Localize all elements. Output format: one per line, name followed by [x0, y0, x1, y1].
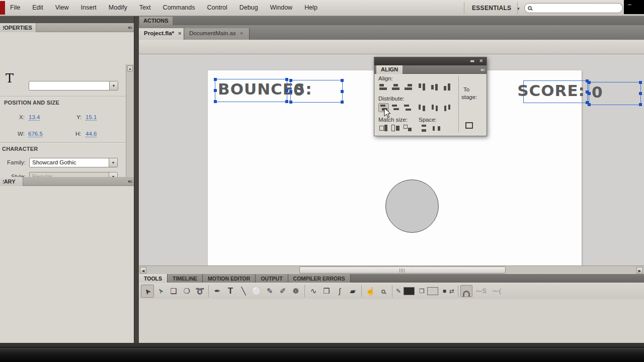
tab-library[interactable]: LIBRARY: [0, 177, 23, 186]
close-icon[interactable]: ×: [240, 30, 243, 36]
bone-tool[interactable]: ∿: [307, 285, 320, 298]
h-value[interactable]: 44.6: [86, 131, 97, 137]
align-vcenter-button[interactable]: [430, 82, 440, 92]
zoom-tool[interactable]: [377, 285, 390, 298]
match-width-height-button[interactable]: [403, 124, 413, 133]
position-size-header[interactable]: POSITION AND SIZE: [4, 100, 59, 106]
stage-hscrollbar[interactable]: ◀ ▶: [139, 265, 644, 274]
tab-properties[interactable]: PROPERTIES: [0, 23, 36, 32]
straighten-option[interactable]: ⁓(: [493, 287, 501, 295]
snap-to-objects-toggle[interactable]: [460, 285, 472, 297]
instance-name-field[interactable]: ▼: [29, 81, 118, 90]
space-horizontal-button[interactable]: [431, 124, 442, 133]
brush-tool[interactable]: ✐: [276, 285, 289, 298]
align-titlebar[interactable]: ◂◂ ✕: [374, 57, 487, 65]
score-value-textbox[interactable]: 0: [589, 82, 641, 105]
stroke-color-icon[interactable]: ✎: [396, 288, 401, 295]
menu-file[interactable]: File: [10, 4, 20, 11]
fill-color-swatch[interactable]: [427, 287, 438, 295]
3d-rotation-tool[interactable]: ❍: [180, 285, 193, 298]
bounces-value-textbox[interactable]: 0: [290, 80, 343, 103]
bounces-label-textbox[interactable]: BOUNCES:: [215, 79, 287, 102]
tab-align[interactable]: ALIGN: [376, 65, 403, 74]
eraser-tool[interactable]: ▰: [346, 285, 359, 298]
fill-color-icon[interactable]: ❒: [419, 288, 425, 295]
distribute-hcenter-button[interactable]: [430, 103, 440, 112]
distribute-bottom-button[interactable]: [403, 103, 413, 112]
search-input[interactable]: [532, 4, 612, 12]
chevron-down-icon[interactable]: ▼: [109, 158, 117, 167]
w-value[interactable]: 676.5: [28, 131, 43, 137]
to-stage-toggle[interactable]: [465, 122, 473, 129]
eyedropper-tool[interactable]: ∫: [333, 285, 346, 298]
tab-output[interactable]: OUTPUT: [256, 274, 288, 283]
panel-menu-icon[interactable]: ▾≡: [128, 25, 132, 30]
selection-tool[interactable]: ➤: [141, 285, 154, 298]
space-vertical-button[interactable]: [419, 124, 429, 133]
menu-view[interactable]: View: [55, 4, 69, 11]
menu-insert[interactable]: Insert: [81, 4, 97, 11]
menu-edit[interactable]: Edit: [32, 4, 43, 11]
deco-tool[interactable]: ❁: [289, 285, 302, 298]
properties-tabbar: PROPERTIES ▾≡: [0, 23, 134, 32]
line-tool[interactable]: ╲: [237, 285, 250, 298]
align-right-button[interactable]: [403, 82, 413, 92]
menu-help[interactable]: Help: [304, 4, 317, 11]
pencil-tool[interactable]: ✎: [263, 285, 276, 298]
character-header[interactable]: CHARACTER: [2, 146, 38, 152]
text-tool[interactable]: T: [224, 285, 237, 298]
menu-debug[interactable]: Debug: [239, 4, 258, 11]
window-controls[interactable]: –: [624, 0, 644, 14]
panel-menu-icon[interactable]: ▾≡: [480, 67, 485, 72]
distribute-right-button[interactable]: [442, 103, 453, 112]
oval-tool[interactable]: ⚪: [250, 285, 263, 298]
smooth-option[interactable]: ⁓S: [475, 287, 487, 295]
menu-control[interactable]: Control: [207, 4, 227, 11]
workspace-switcher[interactable]: ESSENTIALS▼: [472, 5, 521, 12]
tab-documentmain-as[interactable]: DocumentMain.as×: [184, 28, 250, 40]
black-white-button[interactable]: ■: [443, 288, 446, 295]
distribute-left-button[interactable]: [417, 103, 428, 112]
menu-modify[interactable]: Modify: [109, 4, 127, 11]
paint-bucket-tool[interactable]: ❒: [320, 285, 333, 298]
align-hcenter-button[interactable]: [390, 82, 401, 92]
scroll-right-icon[interactable]: ▶: [636, 267, 643, 274]
close-icon[interactable]: ✕: [479, 58, 482, 63]
app-search-box[interactable]: [524, 3, 623, 13]
tab-compiler-errors[interactable]: COMPILER ERRORS: [288, 274, 351, 283]
close-icon[interactable]: ×: [178, 30, 181, 36]
minimize-icon[interactable]: –: [628, 1, 631, 8]
subselection-tool[interactable]: ➢: [154, 285, 167, 298]
pen-tool[interactable]: ✒: [211, 285, 224, 298]
font-family-select[interactable]: Showcard Gothic▼: [29, 158, 118, 167]
hand-tool[interactable]: ☝: [364, 285, 377, 298]
tab-motion-editor[interactable]: MOTION EDITOR: [203, 274, 256, 283]
menu-text[interactable]: Text: [139, 4, 151, 11]
tab-timeline[interactable]: TIMELINE: [168, 274, 203, 283]
chevron-down-icon[interactable]: ▼: [109, 81, 118, 90]
scroll-thumb[interactable]: [299, 266, 506, 274]
stroke-color-swatch[interactable]: [404, 287, 415, 295]
scroll-up-icon[interactable]: ▲: [127, 65, 133, 71]
panel-menu-icon[interactable]: ▾≡: [128, 179, 132, 184]
score-label-textbox[interactable]: SCORE:: [523, 80, 588, 103]
match-width-button[interactable]: [378, 124, 389, 133]
tab-actions[interactable]: ACTIONS: [139, 17, 173, 25]
menu-window[interactable]: Window: [270, 4, 292, 11]
distribute-vcenter-button[interactable]: [390, 103, 401, 112]
swap-colors-button[interactable]: ⇄: [449, 288, 454, 295]
align-left-button[interactable]: [378, 82, 389, 92]
scroll-left-icon[interactable]: ◀: [140, 267, 146, 274]
align-bottom-button[interactable]: [442, 82, 453, 92]
tab-project-fla[interactable]: Project.fla*×: [139, 28, 184, 40]
tab-tools[interactable]: TOOLS: [139, 274, 168, 283]
y-value[interactable]: 15.1: [86, 114, 97, 121]
collapse-icons-button[interactable]: ◂◂: [470, 58, 473, 63]
align-top-button[interactable]: [417, 82, 428, 92]
free-transform-tool[interactable]: ❑: [167, 285, 180, 298]
x-value[interactable]: 13.4: [29, 114, 40, 121]
lasso-tool[interactable]: ➰: [193, 285, 206, 298]
ball-circle[interactable]: [385, 179, 439, 233]
menu-commands[interactable]: Commands: [163, 4, 195, 11]
match-height-button[interactable]: [390, 124, 401, 133]
